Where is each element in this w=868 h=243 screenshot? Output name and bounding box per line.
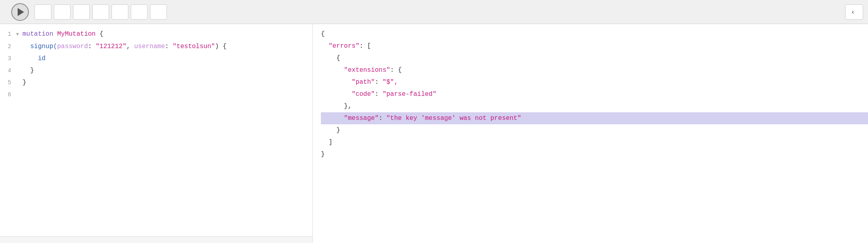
token-string: "121212" <box>95 43 126 50</box>
result-line: } <box>321 124 868 136</box>
code-editor[interactable]: 1▼mutation MyMutation {2 signup(password… <box>0 24 312 105</box>
derive-action-button[interactable] <box>131 4 148 20</box>
token-punct: { <box>95 30 103 38</box>
token-field: id <box>22 55 46 62</box>
line-number: 2 <box>0 40 16 53</box>
voyager-button[interactable] <box>112 4 128 20</box>
play-icon <box>18 8 24 16</box>
toolbar: ‹ <box>0 0 868 24</box>
token-kw: mutation <box>22 30 57 38</box>
token-punct: : <box>165 43 172 50</box>
query-variables-label[interactable] <box>0 236 312 243</box>
line-number: 3 <box>0 53 16 65</box>
result-content: { "errors": [ { "extensions": { "path": … <box>313 28 868 160</box>
token-param-name: username <box>134 43 165 50</box>
token-punct: } <box>22 67 34 74</box>
token-punct: ) { <box>215 43 227 50</box>
result-line: ] <box>321 136 868 148</box>
editor-line: 4 } <box>0 65 312 77</box>
editor-panel[interactable]: 1▼mutation MyMutation {2 signup(password… <box>0 24 313 243</box>
docs-button[interactable]: ‹ <box>845 4 863 20</box>
line-number: 6 <box>0 89 16 101</box>
result-line: { <box>321 28 868 40</box>
chevron-left-icon: ‹ <box>852 8 854 16</box>
explorer-button[interactable] <box>92 4 109 20</box>
main-content: 1▼mutation MyMutation {2 signup(password… <box>0 24 868 243</box>
editor-line: 5} <box>0 77 312 89</box>
line-content: id <box>22 53 312 65</box>
line-number: 4 <box>0 65 16 77</box>
result-panel: { "errors": [ { "extensions": { "path": … <box>313 24 868 243</box>
result-line: { <box>321 52 868 64</box>
token-param-name: password <box>57 43 88 50</box>
editor-line: 1▼mutation MyMutation { <box>0 28 312 40</box>
run-button[interactable] <box>11 3 29 21</box>
result-line: }, <box>321 100 868 112</box>
result-scroll-area: { "errors": [ { "extensions": { "path": … <box>313 24 868 164</box>
history-button[interactable] <box>54 4 71 20</box>
result-line: "message": "the key 'message' was not pr… <box>321 112 868 124</box>
result-line: } <box>321 148 868 160</box>
result-line: "extensions": { <box>321 64 868 76</box>
editor-line: 3 id <box>0 53 312 65</box>
token-string: "testolsun" <box>172 43 215 50</box>
analyze-button[interactable] <box>150 4 167 20</box>
token-punct: : <box>88 43 95 50</box>
token-field: signup( <box>22 43 57 50</box>
result-line: "path": "$", <box>321 76 868 88</box>
line-content: signup(password: "121212", username: "te… <box>22 40 312 53</box>
copy-button[interactable] <box>73 4 90 20</box>
line-number: 5 <box>0 77 16 89</box>
editor-line: 2 signup(password: "121212", username: "… <box>0 40 312 53</box>
prettify-button[interactable] <box>34 4 51 20</box>
token-op-name: MyMutation <box>57 30 95 38</box>
token-punct: } <box>22 79 26 86</box>
token-punct: , <box>126 43 134 50</box>
line-content: } <box>22 65 312 77</box>
result-line: "code": "parse-failed" <box>321 88 868 100</box>
fold-icon[interactable]: ▼ <box>16 28 22 40</box>
editor-line: 6 <box>0 89 312 101</box>
result-line: "errors": [ <box>321 40 868 52</box>
line-content: mutation MyMutation { <box>22 28 312 40</box>
line-number: 1 <box>0 28 16 40</box>
line-content: } <box>22 77 312 89</box>
